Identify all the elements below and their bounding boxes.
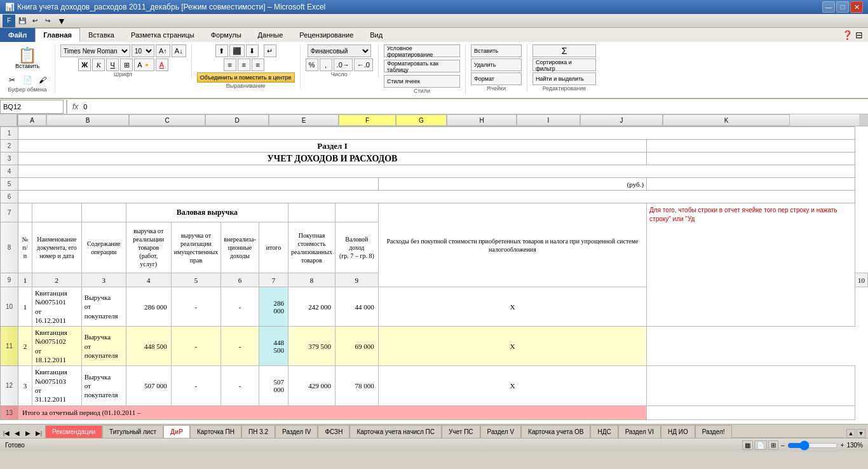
number-format-select[interactable]: Финансовый [308, 44, 371, 57]
data-row3-col10[interactable]: X [378, 366, 646, 405]
tab-first-btn[interactable]: |◀ [1, 428, 11, 438]
tab-insert[interactable]: Вставка [80, 28, 123, 42]
row-num-4[interactable]: 4 [1, 165, 18, 178]
name-box[interactable]: BQ12 [0, 100, 64, 114]
font-shrink-button[interactable]: A↓ [172, 44, 186, 57]
fill-button[interactable]: Сортировка и фильтр [532, 58, 596, 71]
data-row3-col6[interactable]: - [221, 366, 259, 405]
col-header-I[interactable]: I [517, 114, 580, 126]
data-row1-col10[interactable]: X [378, 287, 646, 327]
col-header-H[interactable]: H [447, 114, 517, 126]
row-num-10[interactable]: 10 [1, 287, 18, 327]
row-num-8[interactable]: 8 [1, 222, 18, 273]
font-name-select[interactable]: Times New Roman [60, 44, 130, 57]
col-header-B[interactable]: B [46, 114, 129, 126]
comma-button[interactable]: , [320, 58, 332, 71]
row-num-7[interactable]: 7 [1, 203, 18, 222]
tab-home[interactable]: Главная [35, 28, 80, 42]
vscroll-up-btn[interactable]: ▲ [846, 429, 855, 438]
tab-view[interactable]: Вид [362, 28, 391, 42]
office-button[interactable]: F [3, 15, 15, 27]
sheet-tab-razdel5[interactable]: Раздел V [480, 425, 522, 438]
maximize-button[interactable]: □ [836, 1, 849, 13]
col-header-G[interactable]: G [396, 114, 447, 126]
sheet-tab-title[interactable]: Титульный лист [102, 425, 163, 438]
data-row3-col4[interactable]: 507 000 [126, 366, 171, 405]
cut-button[interactable]: ✂ [5, 74, 19, 86]
col-header-A[interactable]: A [18, 114, 46, 126]
sheet-tab-razdel6[interactable]: Раздел VI [618, 425, 661, 438]
col-header-F[interactable]: F [339, 114, 396, 126]
data-row3-col7[interactable]: 507 000 [259, 366, 288, 405]
normal-view-btn[interactable]: ▦ [742, 440, 753, 450]
row6-content[interactable] [18, 191, 855, 203]
align-right-button[interactable]: ≡ [252, 58, 264, 71]
row-num-3[interactable]: 3 [1, 153, 18, 165]
tab-data[interactable]: Данные [250, 28, 292, 42]
percent-button[interactable]: % [306, 58, 318, 71]
tab-last-btn[interactable]: ▶| [34, 428, 44, 438]
autosum-button[interactable]: Σ [532, 44, 596, 57]
wrap-text-button[interactable]: ↵ [264, 44, 276, 57]
page-break-btn[interactable]: ⊞ [768, 440, 778, 450]
data-row2-num[interactable]: 2 [18, 327, 32, 366]
col-header-C[interactable]: C [129, 114, 205, 126]
sheet-tab-karta-nachis[interactable]: Карточка учета начисл ПС [349, 425, 442, 438]
copy-button[interactable]: 📄 [20, 74, 34, 86]
format-cells-button[interactable]: Формат [471, 72, 522, 85]
sheet-tab-nds[interactable]: НДС [590, 425, 618, 438]
vscroll-down-btn[interactable]: ▼ [857, 429, 865, 438]
tab-file[interactable]: Файл [0, 28, 35, 42]
data-row1-col7[interactable]: 286 000 [259, 287, 288, 327]
col-header-E[interactable]: E [269, 114, 339, 126]
insert-cells-button[interactable]: Вставить [471, 44, 522, 57]
increase-decimal-button[interactable]: .0→ [334, 58, 353, 71]
row-num-1[interactable]: 1 [1, 127, 18, 140]
format-table-button[interactable]: Форматировать как таблицу [384, 60, 460, 72]
data-row2-doc[interactable]: Квитанция №0075102 от 18.12.2011 [32, 327, 81, 366]
spreadsheet-inner[interactable]: 1 2 Раздел I 3 УЧЕТ ДОХОДОВ И РАСХОДОВ 4 [0, 126, 868, 424]
row-num-9[interactable]: 9 [1, 273, 18, 287]
col-header-J[interactable]: J [580, 114, 663, 126]
zoom-in-btn[interactable]: + [841, 442, 844, 449]
align-center-button[interactable]: ≡ [238, 58, 250, 71]
data-row2-col9[interactable]: 69 000 [335, 327, 378, 366]
data-row3-num[interactable]: 3 [18, 366, 32, 405]
tab-page-layout[interactable]: Разметка страницы [123, 28, 203, 42]
data-row3-doc[interactable]: Квитанция №0075103 от 31.12.2011 [32, 366, 81, 405]
undo-quick-btn[interactable]: ↩ [29, 15, 41, 27]
tab-formulas[interactable]: Формулы [203, 28, 250, 42]
italic-button[interactable]: К [92, 58, 105, 71]
tab-next-btn[interactable]: ▶ [23, 428, 33, 438]
sheet-tab-fszn[interactable]: ФСЗН [318, 425, 349, 438]
data-row2-col5[interactable]: - [171, 327, 220, 366]
fill-color-button[interactable]: A🔸 [134, 58, 154, 71]
decrease-decimal-button[interactable]: ←.0 [354, 58, 373, 71]
redo-quick-btn[interactable]: ↪ [42, 15, 53, 27]
col-header-D[interactable]: D [205, 114, 269, 126]
data-row1-col5[interactable]: - [171, 287, 220, 327]
data-row3-content[interactable]: Выручка от покупателя [81, 366, 126, 405]
align-left-button[interactable]: ≡ [224, 58, 236, 71]
help-icon[interactable]: ❓ [842, 30, 853, 41]
row-num-12[interactable]: 12 [1, 366, 18, 405]
row-num-11[interactable]: 11 [1, 327, 18, 366]
sheet-tab-karta-pn[interactable]: Карточка ПН [190, 425, 241, 438]
align-middle-button[interactable]: ⬛ [229, 44, 245, 57]
sheet-tab-karta-ov[interactable]: Карточка учета ОВ [521, 425, 590, 438]
sheet-tab-pn32[interactable]: ПН 3.2 [241, 425, 275, 438]
col-header-K[interactable]: K [663, 114, 790, 126]
sheet-tab-dir[interactable]: ДиР [163, 425, 190, 438]
data-row2-col4[interactable]: 448 500 [126, 327, 171, 366]
format-painter-button[interactable]: 🖌 [36, 74, 50, 86]
borders-button[interactable]: ⊞ [120, 58, 133, 71]
ribbon-min-icon[interactable]: ⊟ [855, 30, 863, 41]
font-size-select[interactable]: 10 [132, 44, 154, 57]
minimize-button[interactable]: — [822, 1, 835, 13]
sheet-tab-nd-io[interactable]: НД ИО [661, 425, 695, 438]
data-row1-col6[interactable]: - [221, 287, 259, 327]
data-row1-doc[interactable]: Квитанция №0075101 от 16.12.2011 [32, 287, 81, 327]
tab-prev-btn[interactable]: ◀ [12, 428, 22, 438]
row-num-2[interactable]: 2 [1, 140, 18, 153]
row4-content[interactable] [18, 165, 855, 178]
